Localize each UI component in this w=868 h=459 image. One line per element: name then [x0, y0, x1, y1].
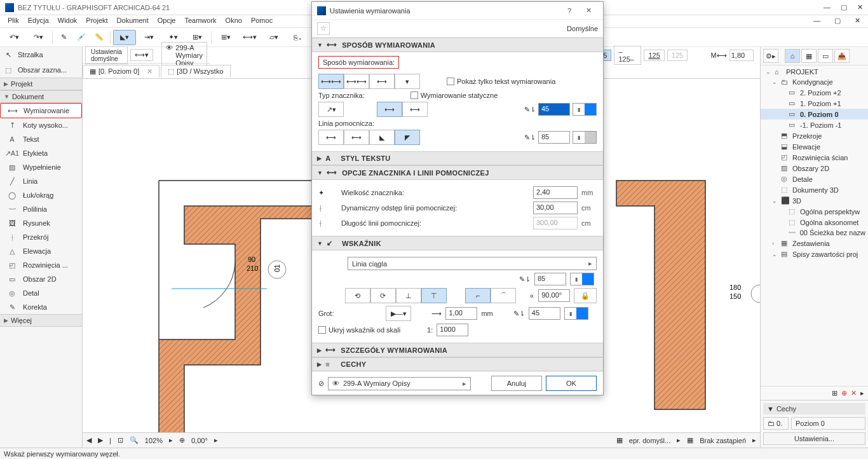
- nav-next-icon[interactable]: ▶: [98, 436, 103, 444]
- nav-akso[interactable]: ⬚Ogólna aksonomet: [761, 217, 868, 228]
- grot-pen-color[interactable]: ▮: [564, 307, 588, 320]
- nav-pub-button[interactable]: 📤: [834, 49, 850, 63]
- zoom-value[interactable]: 102%: [145, 437, 163, 444]
- section-opcje[interactable]: ▼⟷OPCJE ZNACZNIKA I LINII POMOCNICZEJ: [312, 165, 603, 180]
- nav-przekroje[interactable]: ⬒Przekroje: [761, 130, 868, 141]
- nav-zest[interactable]: ›▦Zestawienia: [761, 238, 868, 249]
- nav-kondygnacje[interactable]: ⌄🗀Kondygnacje: [761, 77, 868, 87]
- override-label[interactable]: Brak zastąpień: [700, 437, 746, 444]
- angle-input[interactable]: 90,00°: [538, 289, 570, 302]
- nav-3d[interactable]: ⌄⬛3D: [761, 195, 868, 206]
- pen85-input[interactable]: 85: [538, 131, 570, 144]
- nav-newview-icon[interactable]: ⊞: [832, 389, 837, 397]
- tool-linia[interactable]: ╱Linia: [0, 174, 82, 188]
- witness-3[interactable]: ◣: [369, 130, 395, 145]
- tool-rysunek[interactable]: 🖼Rysunek: [0, 216, 82, 230]
- nav-pm1[interactable]: ▭-1. Poziom -1: [761, 120, 868, 130]
- redo-button[interactable]: ↷▾: [27, 30, 50, 45]
- nav-p0[interactable]: ▭0. Poziom 0: [761, 109, 868, 120]
- cechy-header[interactable]: ▼Cechy: [763, 403, 865, 414]
- dimmode-1[interactable]: ⟷⟷: [318, 74, 344, 89]
- wielkosc-input[interactable]: 2,40: [533, 186, 578, 199]
- tool-polilinia[interactable]: 〰Polilinia: [0, 202, 82, 216]
- chk-statyczne[interactable]: Wymiarowanie statyczne: [410, 92, 498, 99]
- pen85-color[interactable]: ▮: [573, 131, 597, 144]
- undo-button[interactable]: ↶▾: [3, 30, 25, 45]
- close-tab-icon[interactable]: ✕: [147, 67, 153, 76]
- marquee-tool-icon[interactable]: ⬚: [3, 64, 14, 76]
- tool-wypelnienie[interactable]: ▨Wypełnienie: [0, 160, 82, 174]
- nav-persp[interactable]: ⬚Ogólna perspektyw: [761, 206, 868, 217]
- chk-ukryj[interactable]: Ukryj wskaźnik od skali: [318, 326, 400, 334]
- tool-rozwiniecia[interactable]: ◰Rozwinięcia ...: [0, 258, 82, 272]
- dialog-close-button[interactable]: ✕: [579, 6, 598, 15]
- dimmode-4[interactable]: ▾: [395, 74, 420, 89]
- scale-input[interactable]: 1,80: [729, 50, 754, 61]
- tool-wymiarowanie[interactable]: ⟷Wymiarowanie: [0, 103, 82, 118]
- favorites-button[interactable]: ☆: [317, 22, 330, 35]
- cechy-folder[interactable]: 🗀 0.: [763, 417, 789, 430]
- nav-layouts-button[interactable]: ▭: [818, 49, 833, 63]
- ruler-button[interactable]: 📏: [91, 30, 107, 45]
- nav-detale[interactable]: ◎Detale: [761, 174, 868, 184]
- lock-angle-button[interactable]: 🔒: [574, 288, 597, 303]
- trace-button[interactable]: ⎘▾: [287, 30, 309, 45]
- ptr-1[interactable]: ⟲: [345, 288, 370, 303]
- marker-a[interactable]: ⟷: [377, 102, 402, 117]
- dyn-input[interactable]: 30,00: [533, 202, 578, 214]
- ptr-3[interactable]: ⊥: [396, 288, 421, 303]
- grid-button[interactable]: ⊞▾: [214, 30, 237, 45]
- maximize-button[interactable]: ▢: [841, 3, 847, 11]
- ptr-4[interactable]: ⊤: [421, 288, 447, 303]
- mdi-close-icon[interactable]: ✕: [851, 15, 864, 27]
- nav-p1[interactable]: ▭1. Poziom +1: [761, 98, 868, 109]
- witness-2[interactable]: ⟷: [344, 130, 369, 145]
- dim-125-c[interactable]: 125: [644, 50, 664, 61]
- cancel-button[interactable]: Anuluj: [491, 376, 542, 391]
- grot-size-input[interactable]: 1,00: [445, 307, 477, 320]
- eyedropper-button[interactable]: ✎: [55, 30, 72, 45]
- tool-elewacja[interactable]: △Elewacja: [0, 244, 82, 258]
- ptr-arc-1[interactable]: ⌐: [465, 288, 491, 303]
- pen45-color[interactable]: ▮: [573, 103, 597, 116]
- menu-opcje[interactable]: Opcje: [154, 15, 180, 27]
- section-sposob[interactable]: ▼⟷SPOSÓB WYMIAROWANIA: [312, 38, 603, 52]
- nav-elewacje[interactable]: ⬓Elewacje: [761, 141, 868, 152]
- cechy-ustawienia-button[interactable]: Ustawienia...: [763, 432, 865, 445]
- menu-edycja[interactable]: Edycja: [24, 15, 53, 27]
- nav-rozw[interactable]: ◰Rozwinięcia ścian: [761, 152, 868, 163]
- skala-input[interactable]: 1000: [437, 324, 468, 336]
- chk-pokaz[interactable]: Pokaż tylko tekst wymiarowania: [447, 78, 555, 85]
- syringe-button[interactable]: 💉: [73, 30, 90, 45]
- menu-widok[interactable]: Widok: [54, 15, 81, 27]
- section-styl[interactable]: ▶ASTYL TEKSTU: [312, 151, 603, 165]
- dimmode-3[interactable]: ⟷: [369, 74, 395, 89]
- minimize-button[interactable]: —: [824, 3, 831, 11]
- menu-plik[interactable]: Plik: [4, 15, 23, 27]
- repr-label[interactable]: epr. domyśl...: [629, 437, 670, 444]
- nav-projekt[interactable]: ⌄⌂PROJEKT: [761, 67, 868, 77]
- pen85b-color[interactable]: ▮: [570, 273, 594, 285]
- grot-pen-input[interactable]: 45: [529, 307, 560, 320]
- nav-sciezka[interactable]: 〰00 Ścieżka bez nazw: [761, 228, 868, 238]
- zoom-fit-icon[interactable]: ⊡: [118, 436, 123, 444]
- tool-detal[interactable]: ◎Detal: [0, 286, 82, 300]
- tool-etykieta[interactable]: ↗A1Etykieta: [0, 146, 82, 160]
- menu-pomoc[interactable]: Pomoc: [247, 15, 276, 27]
- tab-poziom0[interactable]: ▦ [0. Poziom 0]✕: [83, 65, 159, 78]
- panel-wiecej[interactable]: ▶Więcej: [0, 314, 82, 327]
- mdi-max-icon[interactable]: ▢: [831, 15, 844, 27]
- tool-koty[interactable]: ⤒Koty wysoko...: [0, 118, 82, 132]
- zoom-icon[interactable]: 🔍: [130, 436, 139, 444]
- section-wskaznik[interactable]: ▼↙WSKAŹNIK: [312, 236, 603, 250]
- panel-projekt[interactable]: ▶Projekt: [0, 78, 82, 90]
- snap2-button[interactable]: ⇥▾: [137, 30, 160, 45]
- default-settings-label[interactable]: Ustawienia domyślne: [85, 46, 128, 64]
- marker-b[interactable]: ⟷: [402, 102, 428, 117]
- nav-spisy[interactable]: ⌄▤Spisy zawartości proj: [761, 249, 868, 259]
- pan-icon[interactable]: ⊕: [179, 436, 185, 444]
- witness-4[interactable]: ◤: [395, 130, 420, 145]
- nav-delete-icon[interactable]: ✕: [851, 389, 857, 397]
- nav-views-button[interactable]: ▦: [801, 49, 817, 63]
- ok-button[interactable]: OK: [546, 376, 597, 391]
